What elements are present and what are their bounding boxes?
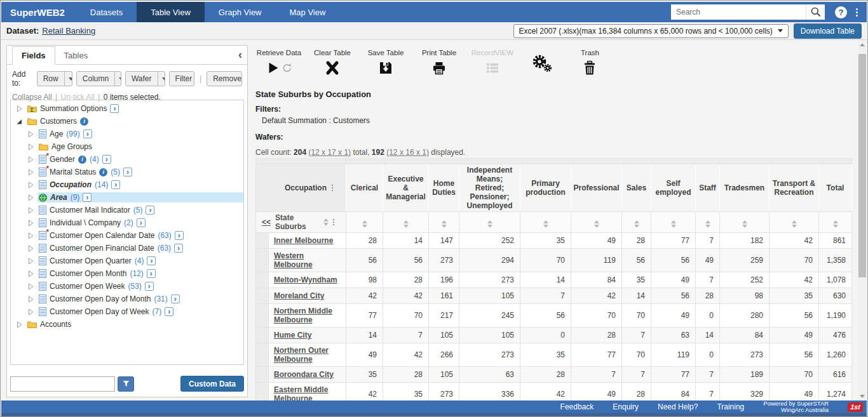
trash-button[interactable]: Trash <box>581 45 599 76</box>
tree-item-body[interactable]: Accounts <box>26 319 74 329</box>
tree-collapsed-icon[interactable] <box>27 283 35 290</box>
overflow-menu-icon[interactable] <box>856 8 858 17</box>
tree-collapsed-icon[interactable] <box>27 220 35 227</box>
tree-collapsed-icon[interactable] <box>27 245 35 252</box>
row-label-link-eastern-middle-melbourne[interactable]: Eastern Middle Melbourne <box>274 385 328 400</box>
sort-icon[interactable] <box>543 220 548 228</box>
field-detail-arrow[interactable]: › <box>123 168 132 176</box>
tree-item-body[interactable]: Customer Mail Indicator(5)› <box>37 205 157 215</box>
print-table-button[interactable]: Print Table <box>416 45 463 82</box>
scroll-up-arrow[interactable] <box>858 40 867 49</box>
tree-item-body[interactable]: Customer Open Month(12)› <box>37 268 158 279</box>
sort-icon[interactable] <box>671 220 676 228</box>
field-detail-arrow[interactable]: › <box>111 180 120 189</box>
field-detail-arrow[interactable]: › <box>83 193 92 202</box>
tree-collapsed-icon[interactable] <box>27 169 35 176</box>
row-caret-icon[interactable] <box>64 72 72 86</box>
tree-item-body[interactable]: Customer Open Quarter(4)› <box>37 256 158 266</box>
tree-item-customer-open-day-of-month[interactable]: Customer Open Day of Month(31)› <box>11 293 243 305</box>
row-label-link-melton-wyndham[interactable]: Melton-Wyndham <box>274 275 337 284</box>
remove-button[interactable]: Remove <box>207 71 242 86</box>
field-detail-arrow[interactable]: › <box>175 231 184 240</box>
tree-item-marital-status[interactable]: *Marital Statusi(5)› <box>11 166 243 178</box>
tree-item-body[interactable]: Occupation(14)› <box>37 180 123 190</box>
field-detail-arrow[interactable]: › <box>174 244 183 253</box>
sort-icon[interactable] <box>362 220 367 228</box>
filter-button[interactable]: Filter <box>169 71 194 86</box>
footer-link-feedback[interactable]: Feedback <box>560 402 594 411</box>
tree-collapsed-icon[interactable] <box>16 321 24 328</box>
tree-item-body[interactable]: Individual \ Company(2)› <box>37 218 148 228</box>
tree-expanded-icon[interactable] <box>16 118 24 125</box>
download-table-button[interactable]: Download Table <box>794 23 862 39</box>
tree-collapsed-icon[interactable] <box>27 131 35 138</box>
row-label-link-northern-middle-melbourne[interactable]: Northern Middle Melbourne <box>274 307 332 324</box>
row-label-link-hume-city[interactable]: Hume City <box>274 331 311 340</box>
tree-item-body[interactable]: Customer Open Day of Week(7)› <box>37 307 176 317</box>
wafer-caret-icon[interactable] <box>158 72 165 86</box>
field-detail-arrow[interactable]: › <box>110 104 119 113</box>
tree-item-age-groups[interactable]: Age Groups <box>11 140 243 153</box>
help-icon[interactable]: ? <box>835 6 847 18</box>
sidebar-collapse-icon[interactable]: ‹ <box>238 48 242 62</box>
tab-tables[interactable]: Tables <box>55 47 97 64</box>
nav-tab-graph-view[interactable]: Graph View <box>205 2 276 22</box>
row-label-link-moreland-city[interactable]: Moreland City <box>274 291 324 300</box>
sort-icon[interactable] <box>442 220 447 228</box>
row-label-link-boroondara-city[interactable]: Boroondara City <box>274 370 334 379</box>
tree-item-body[interactable]: *Marital Statusi(5)› <box>37 167 135 177</box>
footer-link-enquiry[interactable]: Enquiry <box>613 402 639 411</box>
tree-filter-button[interactable] <box>118 376 134 392</box>
add-to-row-button[interactable]: Row <box>37 71 72 86</box>
tree-filter-input[interactable] <box>10 376 115 392</box>
tree-collapsed-icon[interactable] <box>27 207 35 214</box>
tree-collapsed-icon[interactable] <box>27 232 35 239</box>
field-detail-arrow[interactable]: › <box>137 218 146 227</box>
export-format-select[interactable]: Excel 2007 (.xlsx)(max 16,384 columns x … <box>513 24 789 38</box>
sort-icon[interactable] <box>705 220 710 228</box>
tree-item-body[interactable]: *Genderi(4)› <box>37 154 114 164</box>
scrollbar-thumb[interactable] <box>858 54 866 277</box>
field-detail-arrow[interactable]: › <box>147 256 156 265</box>
header-menu-icon[interactable] <box>332 185 333 191</box>
footer-link-training[interactable]: Training <box>717 402 744 411</box>
tree-item-body[interactable]: Customer Open Financial Date(63)› <box>37 243 186 253</box>
tree-item-body[interactable]: Age Groups <box>37 142 95 152</box>
field-detail-arrow[interactable]: › <box>171 295 180 303</box>
table-options-button[interactable] <box>531 54 553 76</box>
tree-item-customer-open-week[interactable]: Customer Open Week(53)› <box>11 280 243 293</box>
tree-item-accounts[interactable]: Accounts <box>11 318 243 331</box>
tree-collapsed-icon[interactable] <box>27 258 35 265</box>
tree-item-body[interactable]: Customer Open Week(53)› <box>37 281 156 291</box>
info-icon[interactable]: i <box>99 168 107 176</box>
info-icon[interactable]: i <box>78 156 86 164</box>
tree-item-gender[interactable]: *Genderi(4)› <box>11 153 243 166</box>
retrieve-data-button[interactable]: Retrieve Data <box>255 45 302 82</box>
tree-collapsed-icon[interactable] <box>27 143 35 150</box>
tree-item-body[interactable]: Area(9)› <box>37 192 243 202</box>
scroll-down-arrow[interactable] <box>858 392 867 400</box>
tree-item-summation-options[interactable]: ΣSummation Options› <box>11 102 243 115</box>
sort-icon[interactable] <box>634 220 639 228</box>
tree-item-area[interactable]: Area(9)› <box>11 191 243 204</box>
tree-item-customer-mail-indicator[interactable]: Customer Mail Indicator(5)› <box>11 204 243 216</box>
displayed-cells-link[interactable]: (12 x 16 x 1) <box>386 148 429 157</box>
sort-icon[interactable] <box>742 220 747 228</box>
tree-item-age[interactable]: Age(99)› <box>11 128 243 140</box>
tree-collapsed-icon[interactable] <box>27 182 35 189</box>
save-table-button[interactable]: Save Table <box>362 45 409 82</box>
page-scrollbar[interactable] <box>858 40 867 400</box>
tree-collapsed-icon[interactable] <box>27 194 35 201</box>
row-label-link-western-melbourne[interactable]: Western Melbourne <box>274 251 313 269</box>
add-to-wafer-button[interactable]: Wafer <box>125 71 165 86</box>
column-caret-icon[interactable] <box>114 72 121 86</box>
footer-link-need-help[interactable]: Need Help? <box>658 402 698 411</box>
collapse-row-dimension-link[interactable]: << <box>262 218 271 227</box>
field-detail-arrow[interactable]: › <box>147 269 156 278</box>
search-input[interactable] <box>671 4 806 20</box>
sort-icon[interactable] <box>792 220 797 228</box>
tree-item-customer-open-month[interactable]: Customer Open Month(12)› <box>11 267 243 280</box>
field-detail-arrow[interactable]: › <box>146 206 154 215</box>
tree-item-body[interactable]: Customersi <box>26 116 91 126</box>
tree-item-customer-open-calendar-date[interactable]: *Customer Open Calendar Date(63)› <box>11 229 243 242</box>
